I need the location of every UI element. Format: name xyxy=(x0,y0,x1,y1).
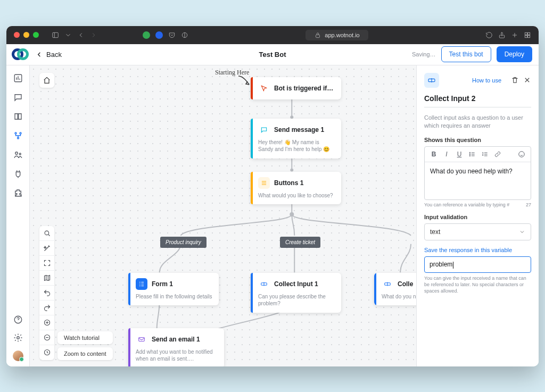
svg-rect-2 xyxy=(316,35,320,37)
node-trigger[interactable]: Bot is triggered if… xyxy=(251,77,341,99)
svg-point-9 xyxy=(15,132,16,134)
mac-window: app.wotnot.io Back Test Bot Saving… Test… xyxy=(6,26,539,366)
svg-point-36 xyxy=(519,152,525,157)
nav-team-icon[interactable] xyxy=(13,149,23,160)
rte-underline-icon[interactable]: U xyxy=(455,149,464,159)
rte-emoji-icon[interactable] xyxy=(517,149,526,159)
rte-bold-icon[interactable]: B xyxy=(429,149,439,159)
rte-link-icon[interactable] xyxy=(493,149,502,159)
variable-name-input[interactable]: problem xyxy=(424,256,531,272)
nav-integrations-icon[interactable] xyxy=(13,169,23,179)
tool-search-icon[interactable] xyxy=(39,226,54,241)
tool-zoom-out-icon[interactable] xyxy=(39,330,54,345)
node-collect-input-1[interactable]: Collect Input 1 Can you please describe … xyxy=(251,273,341,313)
app-logo-icon[interactable] xyxy=(13,47,27,61)
validation-label: Input validation xyxy=(424,214,531,220)
tool-fullscreen-icon[interactable] xyxy=(39,256,54,271)
node-collect-input-2[interactable]: Colle What do you nee xyxy=(374,273,416,306)
tool-history-icon[interactable] xyxy=(39,345,54,360)
test-bot-button[interactable]: Test this bot xyxy=(441,46,491,62)
svg-rect-6 xyxy=(525,35,527,37)
svg-point-28 xyxy=(45,231,49,235)
canvas-home-button[interactable] xyxy=(39,73,54,88)
tool-minimap-icon[interactable] xyxy=(39,271,54,286)
rte-toolbar: B I U xyxy=(425,147,531,162)
ext-grammarly-icon[interactable] xyxy=(143,31,150,39)
pocket-icon[interactable] xyxy=(168,31,176,39)
svg-point-12 xyxy=(15,152,18,154)
variable-hint: You can give the input received a name t… xyxy=(424,275,531,294)
sidebar-toggle-icon[interactable] xyxy=(52,31,59,39)
tool-redo-icon[interactable] xyxy=(39,301,54,315)
nav-settings-icon[interactable] xyxy=(13,332,23,343)
url-text: app.wotnot.io xyxy=(325,32,359,38)
svg-rect-7 xyxy=(528,35,530,37)
reload-icon[interactable] xyxy=(485,31,493,39)
tool-undo-icon[interactable] xyxy=(39,286,54,301)
app-topbar: Back Test Bot Saving… Test this bot Depl… xyxy=(6,44,539,65)
chevron-down-icon[interactable] xyxy=(64,31,72,39)
user-avatar[interactable] xyxy=(13,351,23,361)
save-variable-label: Save the response in this variable xyxy=(424,247,531,253)
svg-point-35 xyxy=(469,155,470,156)
question-text[interactable]: What do you need help with? xyxy=(425,162,531,199)
deploy-button[interactable]: Deploy xyxy=(497,46,532,62)
svg-rect-4 xyxy=(525,32,527,35)
page-title: Test Bot xyxy=(259,51,286,59)
tool-magic-icon[interactable] xyxy=(39,241,54,256)
node-desc: Add what you want to be notified when an… xyxy=(128,348,224,366)
nav-back-icon[interactable] xyxy=(77,31,85,39)
chip-create-ticket[interactable]: Create ticket xyxy=(280,237,320,248)
nav-chat-icon[interactable] xyxy=(13,92,23,103)
collect-input-icon xyxy=(382,278,393,290)
chip-product-inquiry[interactable]: Product inquiry xyxy=(160,237,207,248)
node-send-message[interactable]: Send message 1 Hey there! 👋 My name is S… xyxy=(251,119,341,159)
nav-extensions-icon[interactable] xyxy=(13,188,23,198)
form-icon xyxy=(136,278,147,290)
list-icon xyxy=(258,177,270,189)
inspector-node-icon xyxy=(424,73,439,88)
window-close-icon[interactable] xyxy=(14,32,20,38)
rte-italic-icon[interactable]: I xyxy=(442,149,451,159)
validation-select[interactable]: text xyxy=(424,223,531,240)
back-button[interactable]: Back xyxy=(35,51,62,59)
new-tab-icon[interactable] xyxy=(511,31,518,39)
nav-help-icon[interactable] xyxy=(13,314,23,325)
canvas-toolbox xyxy=(39,226,54,360)
node-desc: What do you nee xyxy=(374,293,416,306)
nav-analytics-icon[interactable] xyxy=(13,73,23,84)
node-form[interactable]: Form 1 Please fill in the following deta… xyxy=(128,273,219,306)
node-title: Send an email 1 xyxy=(152,336,200,343)
tool-zoom-in-icon[interactable] xyxy=(39,315,54,330)
node-title: Colle xyxy=(398,280,413,288)
svg-point-33 xyxy=(469,153,470,154)
shield-half-icon[interactable] xyxy=(181,31,188,39)
flow-canvas[interactable]: Starting Here xyxy=(30,65,416,366)
close-icon[interactable] xyxy=(523,76,531,84)
validation-value: text xyxy=(430,228,440,236)
canvas-quick-actions: Watch tutorial Zoom to content xyxy=(57,331,113,360)
zoom-to-content-button[interactable]: Zoom to content xyxy=(57,347,113,360)
nav-flow-icon[interactable] xyxy=(13,130,23,141)
question-editor[interactable]: B I U What do you need help with? xyxy=(424,146,531,200)
inspector-description: Collect input asks a question to a user … xyxy=(424,114,531,131)
svg-rect-0 xyxy=(53,32,59,37)
node-desc: Please fill in the following details xyxy=(128,293,219,306)
share-icon[interactable] xyxy=(498,31,506,39)
ext-blue-icon[interactable] xyxy=(155,31,163,39)
nav-docs-icon[interactable] xyxy=(13,111,23,122)
rte-numbers-icon[interactable] xyxy=(480,149,490,159)
node-buttons[interactable]: Buttons 1 What would you like to choose? xyxy=(251,172,341,205)
window-maximize-icon[interactable] xyxy=(33,32,39,38)
question-hint: You can reference a variable by typing # xyxy=(424,202,509,207)
how-to-use-link[interactable]: How to use xyxy=(472,77,501,84)
window-minimize-icon[interactable] xyxy=(23,32,29,38)
cursor-icon xyxy=(258,82,270,94)
rte-bullets-icon[interactable] xyxy=(467,149,477,159)
node-send-email[interactable]: Send an email 1 Add what you want to be … xyxy=(128,328,224,366)
watch-tutorial-button[interactable]: Watch tutorial xyxy=(57,331,113,344)
svg-rect-27 xyxy=(139,337,145,341)
delete-icon[interactable] xyxy=(511,76,519,84)
tabs-grid-icon[interactable] xyxy=(524,31,531,39)
address-bar[interactable]: app.wotnot.io xyxy=(194,30,480,40)
